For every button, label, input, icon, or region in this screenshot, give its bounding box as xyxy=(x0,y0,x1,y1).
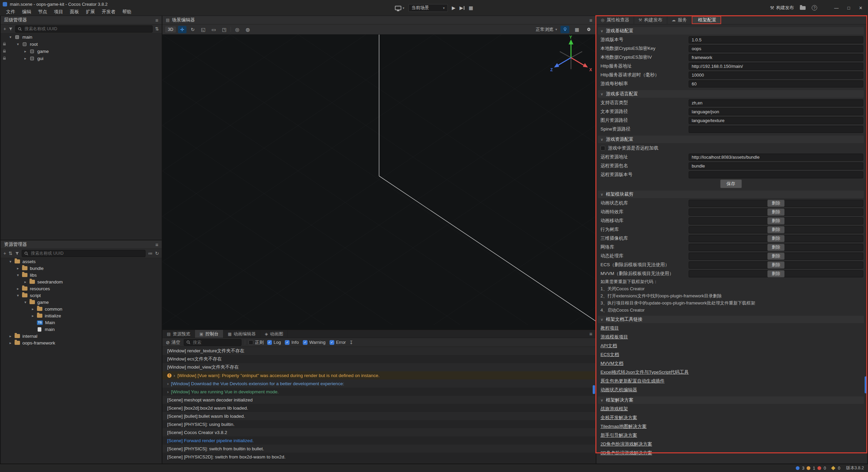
inspector-tab[interactable]: 服务 xyxy=(667,16,692,24)
tree-row[interactable]: libs xyxy=(1,272,162,278)
field-input[interactable] xyxy=(689,171,863,178)
console-log-row[interactable]: ! › [Window] You are running Vue in deve… xyxy=(162,388,596,396)
field-input[interactable] xyxy=(689,54,863,61)
panel-menu-icon[interactable]: ≡ xyxy=(155,242,158,248)
field-input[interactable] xyxy=(689,72,863,79)
log-expand-caret[interactable]: › xyxy=(167,381,169,386)
tree-row[interactable]: main xyxy=(1,34,162,41)
menu-item[interactable]: 面板 xyxy=(66,9,82,15)
delete-button[interactable]: 删除 xyxy=(767,253,785,260)
play-button[interactable]: ▶ xyxy=(452,5,456,11)
message-icon[interactable] xyxy=(831,466,835,470)
tree-caret[interactable] xyxy=(24,300,29,304)
console-log-row[interactable]: ! › [Window] ecs文件夹不存在 xyxy=(162,355,596,363)
field-input[interactable] xyxy=(689,162,863,170)
solution-link[interactable]: Tiledmap地图解决方案 xyxy=(600,424,647,430)
link-row[interactable]: ECS文档 xyxy=(596,350,865,359)
section-header-solutions[interactable]: ∨ 框架解决方案 xyxy=(598,396,864,404)
field-input[interactable] xyxy=(689,36,863,43)
section-header-resource[interactable]: ∨ 游戏资源配置 xyxy=(598,136,864,143)
hierarchy-search-input[interactable] xyxy=(24,26,150,32)
scene-viewport[interactable]: Y X Z xyxy=(162,35,596,329)
error-count-icon[interactable] xyxy=(817,466,821,470)
filter-list-icon[interactable]: ≔ xyxy=(148,251,153,256)
pivot-toggle-button[interactable]: ◎ xyxy=(233,26,241,33)
filter-checkbox[interactable]: Info xyxy=(285,340,299,345)
tree-caret[interactable] xyxy=(24,280,29,284)
minimize-button[interactable]: — xyxy=(833,5,840,11)
move-tool-button[interactable]: ✛ xyxy=(178,26,186,33)
solution-link[interactable]: 3D角色扮演游戏解决方案 xyxy=(600,450,652,456)
scene-select-dropdown[interactable]: 当前场景▾ xyxy=(409,4,448,12)
link-row[interactable]: 新手引导解决方案 xyxy=(596,431,865,440)
doc-link[interactable]: ECS文档 xyxy=(600,352,619,358)
link-row[interactable]: MVVM文档 xyxy=(596,359,865,368)
console-tab[interactable]: 动画图 xyxy=(260,330,288,338)
lock-icon[interactable] xyxy=(3,58,6,60)
create-node-button[interactable]: + xyxy=(3,26,6,31)
section-header-basic[interactable]: ∨ 游戏基础配置 xyxy=(598,27,864,35)
menu-item[interactable]: 文件 xyxy=(3,9,19,15)
scale-tool-button[interactable]: ◱ xyxy=(199,26,208,33)
link-row[interactable]: Excel格式转Json文件与TypeScript代码工具 xyxy=(596,368,865,377)
tree-row[interactable]: assets xyxy=(1,258,162,265)
space-toggle-button[interactable]: ◍ xyxy=(243,26,252,33)
section-header-language[interactable]: ∨ 游戏多语言配置 xyxy=(598,90,864,98)
doc-link[interactable]: 动画状态机编辑器 xyxy=(600,387,637,393)
console-search-input[interactable] xyxy=(192,340,239,345)
link-row[interactable]: 原生包热更新配置自动生成插件 xyxy=(596,377,865,386)
add-asset-button[interactable]: + xyxy=(3,251,6,256)
doc-link[interactable]: Excel格式转Json文件与TypeScript代码工具 xyxy=(600,369,689,375)
tree-row[interactable]: initialize xyxy=(1,312,162,319)
console-log-row[interactable]: ! › [Scene] [PHYSICS2D]: switch from box… xyxy=(162,453,596,461)
tree-caret[interactable] xyxy=(17,273,22,277)
tree-row[interactable]: bundle xyxy=(1,265,162,272)
mode-3d-button[interactable]: 3D xyxy=(165,26,176,33)
scroll-lock-icon[interactable]: ↧ xyxy=(349,340,353,345)
console-tab[interactable]: 资源预览 xyxy=(162,330,195,338)
field-input[interactable] xyxy=(689,45,863,52)
hierarchy-header[interactable]: 层级管理器 ≡ xyxy=(1,16,162,24)
panel-menu-icon[interactable]: ≡ xyxy=(589,17,592,23)
menu-item[interactable]: 开发者 xyxy=(98,9,119,15)
open-project-folder-icon[interactable] xyxy=(800,6,806,10)
doc-link[interactable]: 游戏模板项目 xyxy=(600,334,628,340)
field-input[interactable] xyxy=(689,63,863,70)
tree-caret[interactable] xyxy=(17,293,22,298)
filter-checkbox[interactable]: Log xyxy=(267,340,281,345)
scene-header[interactable]: ▤ 场景编辑器 ≡ xyxy=(162,16,596,24)
section-header-docs[interactable]: ∨ 框架文档工具链接 xyxy=(598,316,864,323)
delete-button[interactable]: 删除 xyxy=(767,244,785,251)
inspector-tab[interactable]: 构建发布 xyxy=(634,16,667,24)
scene-settings-button[interactable] xyxy=(585,26,593,33)
inspector-tab[interactable]: 属性检查器 xyxy=(596,16,634,24)
tree-caret[interactable] xyxy=(9,259,15,264)
delete-button[interactable]: 删除 xyxy=(767,235,785,242)
menu-item[interactable]: 帮助 xyxy=(119,9,135,15)
panel-menu-icon[interactable]: ≡ xyxy=(589,331,592,337)
preview-target-button[interactable]: ▾ xyxy=(395,5,405,11)
menu-item[interactable]: 扩展 xyxy=(82,9,98,15)
panel-menu-icon[interactable]: ≡ xyxy=(155,17,158,23)
lock-icon[interactable] xyxy=(3,51,6,53)
solution-link[interactable]: 全栈开发解决方案 xyxy=(600,415,637,421)
field-input[interactable] xyxy=(689,99,863,106)
delete-button[interactable]: 删除 xyxy=(767,261,785,269)
console-log-row[interactable]: ! › [Scene] [bullet]:bullet wasm lib loa… xyxy=(162,412,596,420)
assets-search-input[interactable] xyxy=(30,251,143,256)
field-input[interactable] xyxy=(689,80,863,87)
sort-icon[interactable]: ⇅ xyxy=(155,26,159,31)
tree-row[interactable]: common xyxy=(1,306,162,312)
filter-checkbox[interactable]: Error xyxy=(330,340,346,345)
filter-checkbox[interactable]: Warning xyxy=(303,340,326,345)
tree-row[interactable]: root xyxy=(1,41,162,48)
filter-funnel-icon[interactable] xyxy=(8,27,13,31)
field-input[interactable] xyxy=(689,154,863,161)
maximize-button[interactable]: □ xyxy=(846,5,851,11)
scene-light-toggle[interactable] xyxy=(560,26,569,33)
rect-tool-button[interactable]: ▭ xyxy=(210,26,218,33)
link-row[interactable]: 2D角色扮演游戏解决方案 xyxy=(596,440,865,449)
tree-row[interactable]: internal xyxy=(1,333,162,339)
delete-button[interactable]: 删除 xyxy=(767,226,785,233)
rotate-tool-button[interactable]: ↻ xyxy=(189,26,197,33)
